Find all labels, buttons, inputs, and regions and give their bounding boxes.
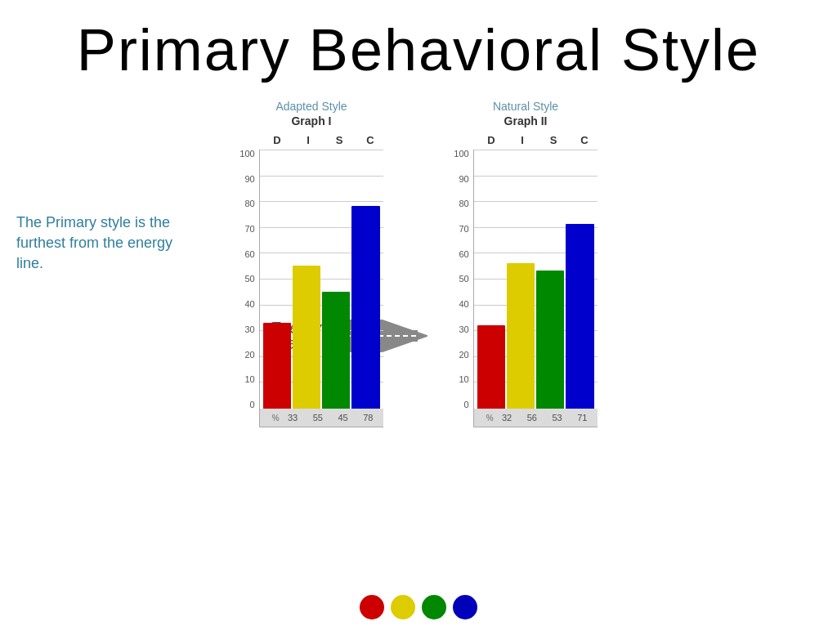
bar-s-1 xyxy=(322,292,350,409)
y-label-100-2: 100 xyxy=(454,150,468,159)
y-label-30-2: 30 xyxy=(459,325,468,334)
adapted-bottom-bar xyxy=(260,409,383,427)
adapted-bars-row xyxy=(260,149,383,409)
natural-style-chart: Natural Style Graph II D I S C 100 90 80… xyxy=(451,100,600,427)
dot-green xyxy=(422,595,446,619)
y-label-40-2: 40 xyxy=(459,300,468,309)
y-label-60-1: 60 xyxy=(244,250,254,259)
y-label-60-2: 60 xyxy=(459,250,468,259)
disc-s-label-1: S xyxy=(324,134,355,146)
natural-bars-row xyxy=(474,149,598,409)
disc-c-label-1: C xyxy=(355,134,386,146)
natural-bottom-bar xyxy=(474,409,598,427)
y-label-0-2: 0 xyxy=(464,400,469,409)
natural-disc-labels: D I S C xyxy=(451,134,600,146)
y-label-80-2: 80 xyxy=(459,199,468,208)
dot-blue xyxy=(453,595,477,619)
bar-c-2 xyxy=(566,224,593,409)
adapted-style-label: Adapted Style xyxy=(275,100,347,113)
disc-i-label-2: I xyxy=(507,134,538,146)
y-label-20-2: 20 xyxy=(459,351,468,360)
y-label-10-1: 10 xyxy=(244,375,254,384)
y-label-90-2: 90 xyxy=(459,175,468,184)
disc-c-label-2: C xyxy=(569,134,600,146)
dot-yellow xyxy=(391,595,415,619)
natural-chart-area: % 32 56 53 71 xyxy=(473,150,598,427)
primary-text-line1: The Primary style is the xyxy=(16,214,170,230)
adapted-y-axis: 100 90 80 70 60 50 40 30 20 10 0 xyxy=(239,150,258,427)
y-label-50-2: 50 xyxy=(459,275,468,284)
bar-c-1 xyxy=(351,206,379,409)
adapted-graph-label: Graph I xyxy=(291,114,331,127)
natural-style-label: Natural Style xyxy=(493,100,558,113)
adapted-style-chart: Adapted Style Graph I D I S C 100 90 80 … xyxy=(237,100,386,427)
page-title: Primary Behavioral Style xyxy=(0,0,837,83)
primary-style-description: The Primary style is the furthest from t… xyxy=(16,212,180,275)
adapted-disc-labels: D I S C xyxy=(237,134,386,146)
y-label-100-1: 100 xyxy=(239,150,254,159)
disc-i-label-1: I xyxy=(293,134,324,146)
bar-d-1 xyxy=(263,323,291,409)
primary-text-line2: furthest from the energy line. xyxy=(16,235,172,271)
natural-graph-label: Graph II xyxy=(504,114,548,127)
y-label-30-1: 30 xyxy=(244,325,254,334)
y-label-0-1: 0 xyxy=(250,400,255,409)
adapted-chart-area: % 33 55 45 78 xyxy=(259,150,383,427)
bar-i-1 xyxy=(293,266,320,409)
bar-d-2 xyxy=(477,325,505,409)
color-legend-dots xyxy=(360,595,477,619)
y-label-20-1: 20 xyxy=(244,351,254,360)
bar-s-2 xyxy=(536,271,564,409)
disc-d-label-1: D xyxy=(262,134,293,146)
disc-s-label-2: S xyxy=(538,134,569,146)
dot-red xyxy=(360,595,384,619)
bar-i-2 xyxy=(507,263,535,409)
natural-y-axis: 100 90 80 70 60 50 40 30 20 10 0 xyxy=(454,150,472,427)
y-label-10-2: 10 xyxy=(459,375,468,384)
y-label-40-1: 40 xyxy=(244,300,254,309)
y-label-90-1: 90 xyxy=(244,175,254,184)
y-label-70-2: 70 xyxy=(459,225,468,234)
y-label-50-1: 50 xyxy=(244,275,254,284)
adapted-chart-body: 100 90 80 70 60 50 40 30 20 10 0 xyxy=(239,150,383,427)
natural-chart-body: 100 90 80 70 60 50 40 30 20 10 0 xyxy=(454,150,597,427)
y-label-80-1: 80 xyxy=(244,199,254,208)
disc-d-label-2: D xyxy=(476,134,507,146)
y-label-70-1: 70 xyxy=(244,225,254,234)
